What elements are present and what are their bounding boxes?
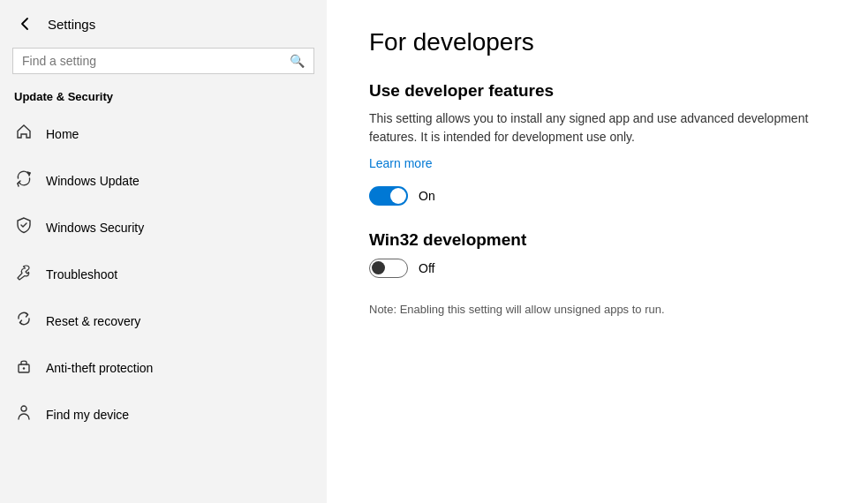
lock-icon — [14, 357, 34, 379]
developer-features-toggle[interactable] — [369, 186, 408, 206]
shield-icon — [14, 216, 34, 238]
sidebar-header: Settings — [0, 0, 327, 44]
section2-toggle-label: Off — [419, 261, 434, 275]
section2-note: Note: Enabling this setting will allow u… — [369, 303, 826, 316]
sidebar-item-windows-update-label: Windows Update — [46, 174, 140, 188]
person-icon — [14, 403, 34, 425]
search-box[interactable]: 🔍 — [12, 48, 314, 74]
sidebar-item-windows-security-label: Windows Security — [46, 221, 144, 235]
sidebar-title: Settings — [48, 17, 95, 32]
home-icon — [14, 123, 34, 145]
section2-toggle-row: Off — [369, 259, 826, 278]
section1-heading: Use developer features — [369, 81, 826, 101]
sidebar-item-reset-recovery[interactable]: Reset & recovery — [0, 297, 327, 344]
sidebar-item-anti-theft-label: Anti-theft protection — [46, 361, 153, 375]
sidebar-item-windows-security[interactable]: Windows Security — [0, 204, 327, 251]
svg-point-1 — [23, 367, 25, 369]
section1-toggle-label: On — [419, 189, 435, 203]
search-icon: 🔍 — [290, 54, 305, 68]
sidebar-item-home-label: Home — [46, 127, 79, 141]
sidebar-item-find-device[interactable]: Find my device — [0, 391, 327, 438]
section1-toggle-row: On — [369, 186, 826, 206]
sidebar-item-windows-update[interactable]: Windows Update — [0, 157, 327, 204]
refresh-icon — [14, 169, 34, 191]
reset-icon — [14, 310, 34, 332]
svg-point-2 — [21, 406, 26, 411]
back-icon — [18, 16, 34, 32]
section2-heading: Win32 development — [369, 230, 826, 250]
page-title: For developers — [369, 28, 826, 56]
sidebar-item-troubleshoot-label: Troubleshoot — [46, 267, 117, 282]
back-button[interactable] — [14, 12, 37, 35]
wrench-icon — [14, 263, 34, 285]
sidebar-item-find-device-label: Find my device — [46, 408, 129, 422]
sidebar-item-home[interactable]: Home — [0, 110, 327, 157]
sidebar-item-anti-theft[interactable]: Anti-theft protection — [0, 344, 327, 391]
main-content: For developers Use developer features Th… — [327, 0, 868, 503]
sidebar: Settings 🔍 Update & Security Home Window… — [0, 0, 327, 503]
learn-more-link[interactable]: Learn more — [369, 156, 433, 170]
sidebar-item-reset-recovery-label: Reset & recovery — [46, 314, 140, 328]
section-label: Update & Security — [0, 85, 327, 110]
section1-desc: This setting allows you to install any s… — [369, 109, 826, 146]
search-input[interactable] — [22, 54, 283, 68]
win32-development-toggle[interactable] — [369, 259, 408, 278]
sidebar-item-troubleshoot[interactable]: Troubleshoot — [0, 251, 327, 297]
